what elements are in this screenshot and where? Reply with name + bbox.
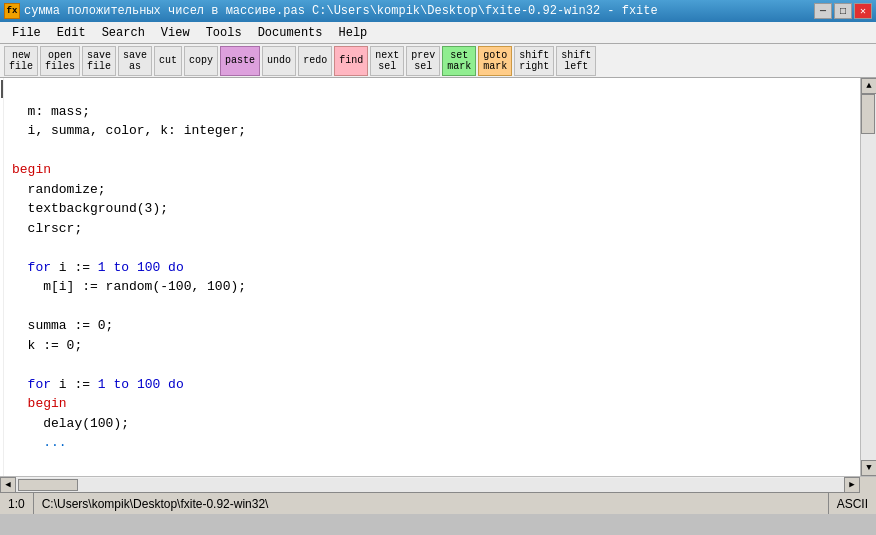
- scroll-left-arrow[interactable]: ◀: [0, 477, 16, 493]
- editor-content: m: mass; i, summa, color, k: integer; be…: [12, 82, 852, 472]
- scroll-track-vertical[interactable]: [861, 94, 876, 460]
- status-path: C:\Users\kompik\Desktop\fxite-0.92-win32…: [34, 493, 829, 514]
- maximize-button[interactable]: □: [834, 3, 852, 19]
- menu-bar: File Edit Search View Tools Documents He…: [0, 22, 876, 44]
- scroll-thumb-vertical[interactable]: [861, 94, 875, 134]
- scroll-thumb-horizontal[interactable]: [18, 479, 78, 491]
- title-bar-left: fx сумма положительных чисел в массиве.p…: [4, 3, 658, 19]
- menu-edit[interactable]: Edit: [49, 24, 94, 42]
- scroll-up-arrow[interactable]: ▲: [861, 78, 876, 94]
- window: fx сумма положительных чисел в массиве.p…: [0, 0, 876, 514]
- menu-tools[interactable]: Tools: [198, 24, 250, 42]
- toolbar-open-files[interactable]: openfiles: [40, 46, 80, 76]
- main-area: m: mass; i, summa, color, k: integer; be…: [0, 78, 876, 476]
- toolbar-save-as[interactable]: saveas: [118, 46, 152, 76]
- toolbar-undo[interactable]: undo: [262, 46, 296, 76]
- toolbar-shift-left[interactable]: shiftleft: [556, 46, 596, 76]
- toolbar-set-mark[interactable]: setmark: [442, 46, 476, 76]
- toolbar-goto-mark[interactable]: gotomark: [478, 46, 512, 76]
- status-encoding: ASCII: [829, 493, 876, 514]
- menu-view[interactable]: View: [153, 24, 198, 42]
- toolbar-copy[interactable]: copy: [184, 46, 218, 76]
- close-button[interactable]: ✕: [854, 3, 872, 19]
- menu-help[interactable]: Help: [330, 24, 375, 42]
- menu-documents[interactable]: Documents: [250, 24, 331, 42]
- title-bar: fx сумма положительных чисел в массиве.p…: [0, 0, 876, 22]
- toolbar-find[interactable]: find: [334, 46, 368, 76]
- scroll-track-horizontal[interactable]: [16, 478, 844, 492]
- editor-area[interactable]: m: mass; i, summa, color, k: integer; be…: [4, 78, 860, 476]
- toolbar-next-sel[interactable]: nextsel: [370, 46, 404, 76]
- toolbar-prev-sel[interactable]: prevsel: [406, 46, 440, 76]
- app-icon: fx: [4, 3, 20, 19]
- scrollbar-corner: [860, 477, 876, 493]
- toolbar-paste[interactable]: paste: [220, 46, 260, 76]
- title-text: сумма положительных чисел в массиве.pas …: [24, 4, 658, 18]
- toolbar-shift-right[interactable]: shiftright: [514, 46, 554, 76]
- menu-file[interactable]: File: [4, 24, 49, 42]
- toolbar-redo[interactable]: redo: [298, 46, 332, 76]
- window-controls: ─ □ ✕: [814, 3, 872, 19]
- toolbar-save-file[interactable]: savefile: [82, 46, 116, 76]
- vertical-scrollbar[interactable]: ▲ ▼: [860, 78, 876, 476]
- horizontal-scrollbar[interactable]: ◀ ▶: [0, 477, 860, 492]
- status-position: 1:0: [0, 493, 34, 514]
- scroll-right-arrow[interactable]: ▶: [844, 477, 860, 493]
- menu-search[interactable]: Search: [94, 24, 153, 42]
- toolbar-new-file[interactable]: newfile: [4, 46, 38, 76]
- toolbar-cut[interactable]: cut: [154, 46, 182, 76]
- minimize-button[interactable]: ─: [814, 3, 832, 19]
- toolbar: newfile openfiles savefile saveas cut co…: [0, 44, 876, 78]
- status-bar: 1:0 C:\Users\kompik\Desktop\fxite-0.92-w…: [0, 492, 876, 514]
- scroll-down-arrow[interactable]: ▼: [861, 460, 876, 476]
- horizontal-scrollbar-area: ◀ ▶: [0, 476, 876, 492]
